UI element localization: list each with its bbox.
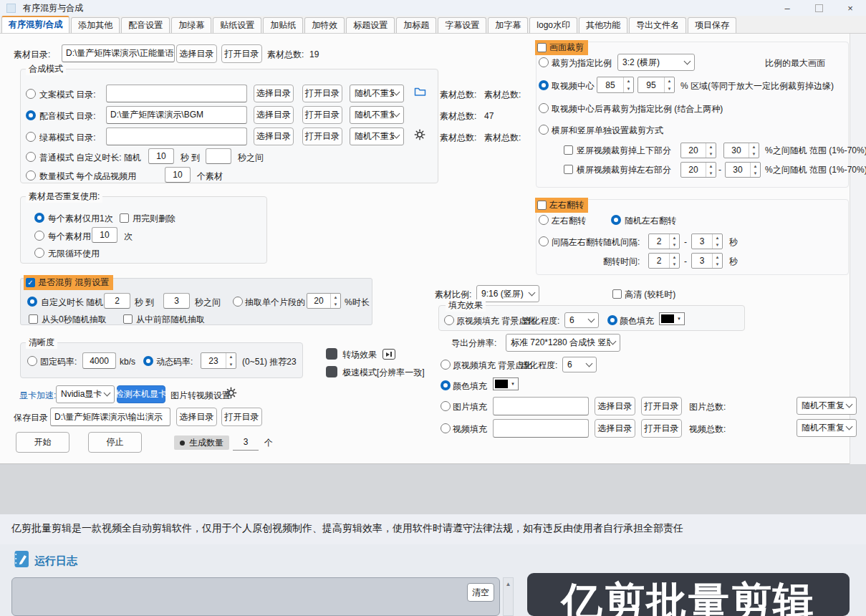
minimize-button[interactable]: – <box>771 0 803 16</box>
flip-enabled-checkbox[interactable] <box>537 201 547 210</box>
landscape-crop-min-spinner[interactable]: 20▲▼ <box>680 162 716 178</box>
flip-time-max-spinner[interactable]: 3▲▼ <box>691 253 723 269</box>
video-fill-order-select[interactable]: 随机不重复 <box>797 419 857 437</box>
spin-up-icon[interactable]: ▲ <box>706 163 716 170</box>
radio-greenscreen-mode[interactable] <box>26 132 36 142</box>
dub-mode-choose-button[interactable]: 选择目录 <box>254 106 294 124</box>
gpu-select[interactable]: Nvidia显卡 <box>56 385 115 403</box>
stop-button[interactable]: 停止 <box>88 432 142 453</box>
spin-up-icon[interactable]: ▲ <box>665 77 674 85</box>
tab-ordered-mix[interactable]: 有序混剪/合成 <box>1 16 69 33</box>
spin-up-icon[interactable]: ▲ <box>670 254 679 261</box>
spin-down-icon[interactable]: ▼ <box>706 170 716 177</box>
spin-up-icon[interactable]: ▲ <box>713 254 722 261</box>
image-fill-open-button[interactable]: 打开目录 <box>641 397 682 415</box>
spin-down-icon[interactable]: ▼ <box>670 261 679 268</box>
crop-header[interactable]: 画面裁剪 <box>535 40 588 55</box>
dub-mode-open-button[interactable]: 打开目录 <box>302 106 342 124</box>
radio-count-mode[interactable] <box>26 170 36 181</box>
image-fill-input[interactable] <box>493 397 589 415</box>
radio-extract-percent[interactable] <box>233 297 243 307</box>
flip-interval-max-spinner[interactable]: 3▲▼ <box>691 234 723 249</box>
fast-mode-toggle[interactable] <box>326 366 337 377</box>
radio-separate-crop[interactable] <box>539 125 549 135</box>
radio-normal-mode[interactable] <box>26 152 36 162</box>
radio-video-fill[interactable] <box>441 423 451 433</box>
spin-up-icon[interactable]: ▲ <box>670 234 679 241</box>
open-dir-button[interactable]: 打开目录 <box>221 44 262 63</box>
from-middle-checkbox[interactable] <box>123 314 133 324</box>
tab-add-sticker[interactable]: 加贴纸 <box>263 17 303 33</box>
portrait-crop-checkbox[interactable] <box>564 145 573 155</box>
save-dir-input[interactable]: D:\量产矩阵课演示\输出演示 <box>50 408 170 426</box>
radio-loop-forever[interactable] <box>34 248 44 258</box>
dub-mode-dir-input[interactable]: D:\量产矩阵课演示\BGM <box>106 106 247 124</box>
log-scrollbar[interactable]: ▲ <box>503 577 514 616</box>
radio-color-fill-2[interactable] <box>441 380 451 390</box>
radio-blur-fill-2[interactable] <box>441 360 451 370</box>
spin-up-icon[interactable]: ▲ <box>749 143 759 150</box>
tab-export-filename[interactable]: 导出文件名 <box>629 17 686 33</box>
color-fill-swatch[interactable]: ▼ <box>659 312 685 325</box>
spin-up-icon[interactable]: ▲ <box>751 163 760 170</box>
img2video-settings-label[interactable]: 图片转视频设置 <box>170 390 231 400</box>
dynamic-bitrate-spinner[interactable]: 23▲▼ <box>201 352 236 369</box>
folder-icon[interactable] <box>414 86 426 97</box>
radio-fixed-bitrate[interactable] <box>27 356 37 366</box>
radio-flip-always[interactable] <box>539 215 549 225</box>
spin-down-icon[interactable]: ▼ <box>713 241 722 249</box>
color-fill-2-swatch[interactable]: ▼ <box>493 377 519 390</box>
portrait-crop-min-spinner[interactable]: 20▲▼ <box>680 143 716 158</box>
detect-gpu-button[interactable]: 检测本机显卡 <box>117 385 165 403</box>
spin-up-icon[interactable]: ▲ <box>706 143 716 150</box>
fixed-bitrate-input[interactable]: 4000 <box>82 352 116 369</box>
tab-green-screen[interactable]: 加绿幕 <box>171 17 211 33</box>
normal-mode-max-input[interactable] <box>206 148 231 164</box>
radio-text-mode[interactable] <box>26 89 36 99</box>
save-choose-button[interactable]: 选择目录 <box>176 408 217 426</box>
transition-toggle[interactable] <box>326 348 337 360</box>
crop-ratio-select[interactable]: 3:2 (横屏) <box>617 54 695 71</box>
crop-enabled-checkbox[interactable] <box>537 43 547 52</box>
spin-down-icon[interactable]: ▼ <box>331 301 340 308</box>
gear-icon[interactable] <box>225 387 237 399</box>
use-n-times-input[interactable]: 10 <box>92 227 117 243</box>
radio-flip-random[interactable] <box>611 215 621 225</box>
image-fill-choose-button[interactable]: 选择目录 <box>595 397 635 415</box>
flip-interval-min-spinner[interactable]: 2▲▼ <box>648 234 680 249</box>
radio-blur-fill[interactable] <box>444 315 454 325</box>
tab-add-other[interactable]: 添加其他 <box>71 17 120 33</box>
mix-settings-header[interactable]: 是否混剪 混剪设置 <box>24 275 113 290</box>
radio-center-crop[interactable] <box>539 80 549 90</box>
mix-min-input[interactable]: 2 <box>104 293 130 309</box>
greenscreen-open-button[interactable]: 打开目录 <box>302 127 342 145</box>
start-button[interactable]: 开始 <box>16 432 69 453</box>
flip-time-min-spinner[interactable]: 2▲▼ <box>648 253 680 269</box>
spin-down-icon[interactable]: ▼ <box>624 85 633 93</box>
mix-max-input[interactable]: 3 <box>163 293 190 309</box>
radio-dub-mode[interactable] <box>26 110 36 120</box>
landscape-crop-max-spinner[interactable]: 30▲▼ <box>725 162 761 178</box>
dub-mode-order-select[interactable]: 随机不重复 <box>350 106 404 124</box>
tab-dub-settings[interactable]: 配音设置 <box>121 17 170 33</box>
text-mode-choose-button[interactable]: 选择目录 <box>254 85 294 102</box>
maximize-button[interactable] <box>803 0 834 16</box>
greenscreen-dir-input[interactable] <box>106 127 247 145</box>
tab-add-title[interactable]: 加标题 <box>396 17 436 33</box>
count-mode-input[interactable]: 10 <box>165 167 191 183</box>
normal-mode-min-input[interactable]: 10 <box>148 148 174 164</box>
from-zero-checkbox[interactable] <box>29 314 38 324</box>
landscape-crop-checkbox[interactable] <box>564 165 573 174</box>
material-dir-input[interactable]: D:\量产矩阵课演示\正能量语录 <box>62 44 175 62</box>
spin-down-icon[interactable]: ▼ <box>713 261 722 268</box>
radio-color-fill[interactable] <box>607 315 617 325</box>
text-mode-open-button[interactable]: 打开目录 <box>302 85 342 102</box>
save-open-button[interactable]: 打开目录 <box>221 408 262 426</box>
center-crop-h-spinner[interactable]: 95▲▼ <box>638 77 675 93</box>
tab-add-effects[interactable]: 加特效 <box>304 17 345 33</box>
spin-down-icon[interactable]: ▼ <box>751 170 760 177</box>
delete-after-use-checkbox[interactable] <box>120 213 129 223</box>
blur-degree-select[interactable]: 6 <box>564 312 599 328</box>
text-mode-order-select[interactable]: 随机不重复 <box>350 85 404 102</box>
scroll-up-icon[interactable]: ▲ <box>506 581 511 587</box>
